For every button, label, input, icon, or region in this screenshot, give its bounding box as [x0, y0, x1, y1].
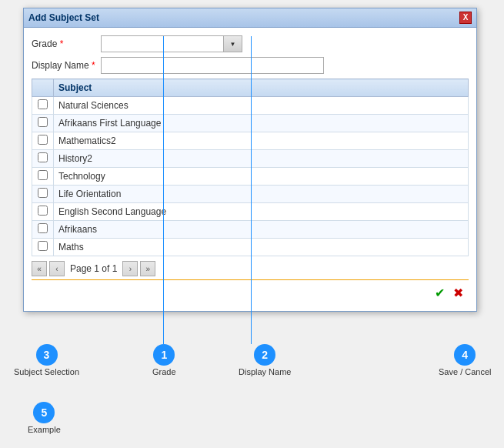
- grade-dropdown-button[interactable]: ▼: [224, 35, 242, 52]
- table-cell-subject: Natural Sciences: [54, 97, 469, 115]
- subject-tbody: Natural SciencesAfrikaans First Language…: [32, 97, 469, 256]
- table-header-checkbox: [32, 79, 54, 97]
- table-cell-subject: History2: [54, 150, 469, 168]
- grade-label: Grade *: [32, 38, 101, 49]
- table-cell-subject: Maths: [54, 239, 469, 256]
- table-row: Natural Sciences: [32, 97, 469, 115]
- table-row: Life Orientation: [32, 186, 469, 203]
- annotation-2: 2 Display Name: [239, 344, 291, 376]
- last-page-button[interactable]: »: [140, 261, 155, 276]
- dialog-body: Grade * ▼ Display Name * Subject: [24, 28, 476, 311]
- display-name-row: Display Name *: [32, 57, 469, 74]
- table-header-subject: Subject: [54, 79, 469, 97]
- annotation-circle-5: 5: [33, 402, 55, 423]
- table-cell-subject: Afrikaans: [54, 221, 469, 239]
- annotation-circle-1: 1: [153, 344, 175, 366]
- table-cell-checkbox: [32, 203, 54, 221]
- table-cell-checkbox: [32, 132, 54, 150]
- annotation-label-5: Example: [28, 425, 61, 434]
- table-cell-subject: Mathematics2: [54, 132, 469, 150]
- page-info: Page 1 of 1: [70, 263, 117, 274]
- table-cell-subject: English Second Language: [54, 203, 469, 221]
- close-button[interactable]: X: [459, 12, 472, 24]
- subject-checkbox[interactable]: [38, 99, 48, 109]
- subject-checkbox[interactable]: [38, 152, 48, 162]
- cancel-button[interactable]: ✖: [450, 285, 466, 300]
- subject-checkbox[interactable]: [38, 241, 48, 251]
- table-row: Afrikaans First Language: [32, 115, 469, 132]
- dialog-title: Add Subject Set: [28, 12, 99, 23]
- grade-row: Grade * ▼: [32, 35, 469, 52]
- prev-page-button[interactable]: ‹: [49, 261, 65, 276]
- annotation-3: 3 Subject Selection: [14, 344, 79, 376]
- table-cell-checkbox: [32, 186, 54, 203]
- table-cell-checkbox: [32, 239, 54, 256]
- subject-checkbox[interactable]: [38, 170, 48, 180]
- subject-checkbox[interactable]: [38, 206, 48, 216]
- annotation-1: 1 Grade: [152, 344, 176, 376]
- subject-checkbox[interactable]: [38, 135, 48, 145]
- table-cell-subject: Life Orientation: [54, 186, 469, 203]
- next-page-button[interactable]: ›: [122, 261, 138, 276]
- action-row: ✔ ✖: [32, 279, 469, 303]
- table-row: Afrikaans: [32, 221, 469, 239]
- table-row: Technology: [32, 168, 469, 186]
- table-row: Mathematics2: [32, 132, 469, 150]
- pagination-bar: « ‹ Page 1 of 1 › »: [32, 261, 469, 276]
- annotation-label-3: Subject Selection: [14, 367, 79, 376]
- table-cell-checkbox: [32, 221, 54, 239]
- save-button[interactable]: ✔: [432, 285, 447, 300]
- subject-checkbox[interactable]: [38, 117, 48, 127]
- table-cell-subject: Afrikaans First Language: [54, 115, 469, 132]
- annotation-4: 4 Save / Cancel: [439, 344, 491, 376]
- table-header-row: Subject: [32, 79, 469, 97]
- annotation-label-2: Display Name: [239, 367, 291, 376]
- subject-checkbox[interactable]: [38, 223, 48, 233]
- table-row: Maths: [32, 239, 469, 256]
- dialog-titlebar: Add Subject Set X: [24, 8, 476, 28]
- annotation-label-1: Grade: [152, 367, 176, 376]
- annotation-5: 5 Example: [28, 402, 61, 434]
- table-cell-checkbox: [32, 168, 54, 186]
- grade-input-wrapper: ▼: [101, 35, 242, 52]
- subject-checkbox[interactable]: [38, 188, 48, 198]
- table-cell-checkbox: [32, 97, 54, 115]
- add-subject-set-dialog: Add Subject Set X Grade * ▼ Display Name…: [23, 8, 477, 312]
- table-row: History2: [32, 150, 469, 168]
- subject-table: Subject Natural SciencesAfrikaans First …: [32, 79, 469, 256]
- table-cell-subject: Technology: [54, 168, 469, 186]
- grade-input[interactable]: [101, 35, 224, 52]
- annotation-label-4: Save / Cancel: [439, 367, 491, 376]
- annotation-circle-2: 2: [254, 344, 275, 366]
- table-row: English Second Language: [32, 203, 469, 221]
- first-page-button[interactable]: «: [32, 261, 47, 276]
- display-name-label: Display Name *: [32, 60, 101, 71]
- annotation-circle-4: 4: [454, 344, 476, 366]
- dropdown-arrow-icon: ▼: [230, 41, 236, 48]
- table-cell-checkbox: [32, 150, 54, 168]
- display-name-input[interactable]: [101, 57, 324, 74]
- table-cell-checkbox: [32, 115, 54, 132]
- annotation-circle-3: 3: [36, 344, 58, 366]
